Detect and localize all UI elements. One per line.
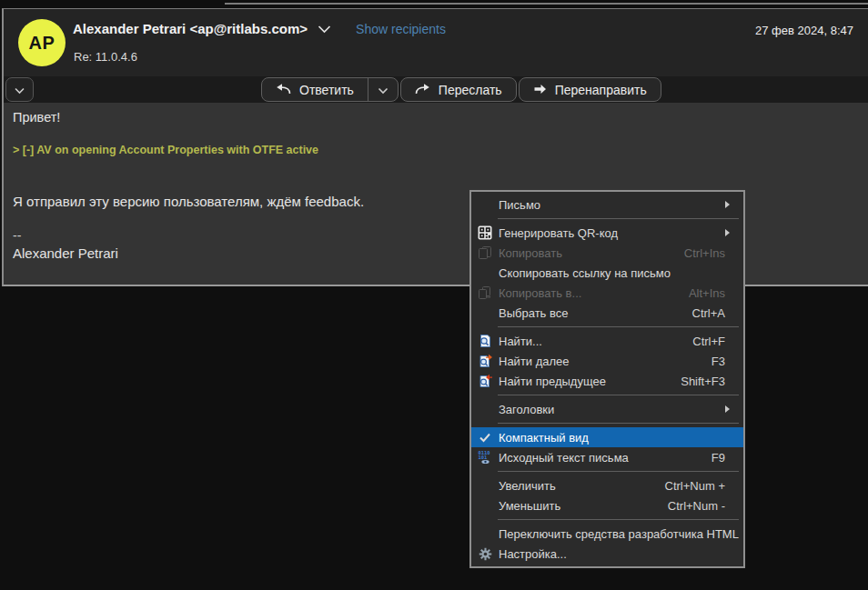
menu-icon-gutter [471, 401, 499, 417]
menu-item-shortcut: Ctrl+F [692, 335, 743, 348]
menu-icon-gutter [471, 265, 499, 281]
sender-line: Alexander Petrari <ap@ritlabs.com> Show … [73, 21, 446, 36]
menu-item-label: Исходный текст письма [499, 451, 701, 465]
menu-item-label: Выбрать все [499, 306, 681, 320]
reply-button-group: Ответить Переслать Перенаправить [261, 77, 661, 102]
menu-item-label: Найти... [499, 335, 681, 348]
menu-icon-gutter [471, 477, 499, 494]
menu-item-letter[interactable]: Письмо [471, 195, 743, 215]
menu-item-label: Настройка... [499, 547, 743, 561]
menu-icon-gutter [471, 196, 499, 213]
message-toolbar: Ответить Переслать Перенаправить [4, 76, 868, 103]
qr-code-icon [471, 225, 499, 241]
submenu-arrow-icon [725, 405, 740, 413]
menu-item-copy-to[interactable]: Копировать в...Alt+Ins [471, 283, 743, 303]
menu-item-label: Переключить средства разработчика HTML [499, 527, 743, 541]
show-recipients-link[interactable]: Show recipients [356, 22, 446, 36]
menu-item-shortcut: F9 [712, 451, 743, 465]
menu-item-zoom-in[interactable]: УвеличитьCtrl+Num + [471, 475, 743, 495]
menu-item-label: Копировать в... [499, 286, 678, 300]
submenu-arrow-icon [725, 201, 740, 208]
redirect-button-label: Перенаправить [555, 83, 647, 97]
find-previous-icon [471, 373, 499, 389]
sender-name: Alexander Petrari <ap@ritlabs.com> [73, 21, 308, 36]
menu-item-toggle-html-devtools[interactable]: Переключить средства разработчика HTML [471, 524, 743, 544]
menu-item-shortcut: F3 [712, 355, 743, 368]
menu-separator [498, 423, 739, 424]
chevron-down-icon[interactable] [317, 25, 332, 34]
menu-icon-gutter [471, 497, 499, 514]
menu-item-label: Найти далее [499, 355, 701, 368]
menu-item-shortcut: Ctrl+Num - [668, 499, 743, 513]
context-menu: ПисьмоГенерировать QR-кодКопироватьCtrl+… [469, 190, 745, 568]
find-icon [471, 333, 499, 349]
menu-item-find-next[interactable]: Найти далееF3 [471, 351, 743, 371]
menu-item-label: Скопировать ссылку на письмо [499, 266, 743, 280]
menu-item-shortcut: Ctrl+A [692, 306, 743, 320]
menu-item-shortcut: Shift+F3 [681, 375, 743, 388]
submenu-arrow-icon [725, 229, 740, 236]
message-date: 27 фев 2024, 8:47 [755, 24, 853, 37]
menu-separator [498, 326, 739, 327]
copy-icon [471, 245, 499, 261]
svg-text:101: 101 [479, 455, 488, 460]
menu-item-shortcut: Ctrl+Num + [665, 479, 743, 493]
menu-item-label: Заголовки [499, 403, 725, 416]
menu-item-select-all[interactable]: Выбрать всеCtrl+A [471, 303, 743, 323]
redirect-arrow-icon [533, 83, 547, 97]
menu-item-label: Найти предыдущее [499, 375, 670, 388]
reply-button[interactable]: Ответить [262, 78, 368, 101]
forward-button-label: Переслать [439, 83, 502, 97]
menu-separator [498, 218, 739, 219]
menu-icon-gutter [471, 305, 499, 321]
checkmark-icon [471, 429, 499, 445]
copy-to-icon [471, 285, 499, 301]
forward-arrow-icon [415, 83, 430, 97]
message-source-icon: 0110101 [471, 449, 499, 465]
reply-arrow-icon [276, 83, 291, 97]
menu-item-copy-message-link[interactable]: Скопировать ссылку на письмо [471, 263, 743, 283]
message-subject: Re: 11.0.4.6 [74, 50, 137, 64]
reply-button-label: Ответить [299, 83, 354, 97]
menu-item-headers[interactable]: Заголовки [471, 399, 743, 419]
find-next-icon [471, 353, 499, 369]
quoted-line[interactable]: > [-] AV on opening Account Properties w… [13, 144, 859, 156]
menu-item-find-previous[interactable]: Найти предыдущееShift+F3 [471, 371, 743, 391]
menu-item-label: Копировать [499, 246, 673, 260]
menu-separator [498, 471, 739, 472]
menu-item-label: Увеличить [499, 479, 654, 493]
message-greeting: Привет! [13, 110, 859, 125]
menu-item-label: Уменьшить [499, 499, 657, 513]
menu-item-message-source[interactable]: 0110101Исходный текст письмаF9 [471, 447, 743, 467]
chevron-down-icon [378, 83, 389, 97]
gear-icon [471, 545, 499, 562]
menu-item-label: Письмо [499, 198, 725, 212]
menu-separator [498, 395, 739, 395]
reply-options-dropdown[interactable] [368, 78, 398, 101]
menu-item-shortcut: Ctrl+Ins [684, 246, 743, 260]
menu-separator [498, 519, 739, 520]
collapse-header-button[interactable] [5, 77, 34, 102]
menu-item-label: Генерировать QR-код [499, 226, 725, 240]
menu-item-shortcut: Alt+Ins [689, 286, 743, 300]
redirect-button[interactable]: Перенаправить [519, 77, 661, 102]
screen: { "colors": { "highlight_blue": "#1266b0… [0, 0, 868, 590]
menu-item-label: Компактный вид [499, 431, 743, 445]
menu-item-compact-view[interactable]: Компактный вид [471, 427, 743, 447]
forward-button[interactable]: Переслать [400, 77, 517, 102]
message-header: AP Alexander Petrari <ap@ritlabs.com> Sh… [4, 9, 868, 76]
menu-item-copy[interactable]: КопироватьCtrl+Ins [471, 243, 743, 263]
menu-item-zoom-out[interactable]: УменьшитьCtrl+Num - [471, 495, 743, 515]
avatar: AP [18, 19, 66, 66]
menu-icon-gutter [471, 525, 499, 542]
chevron-down-icon [14, 82, 25, 98]
menu-item-settings[interactable]: Настройка... [471, 544, 743, 564]
background-window-edge [225, 3, 868, 5]
menu-item-generate-qr-code[interactable]: Генерировать QR-код [471, 223, 743, 243]
menu-item-find[interactable]: Найти...Ctrl+F [471, 331, 743, 351]
